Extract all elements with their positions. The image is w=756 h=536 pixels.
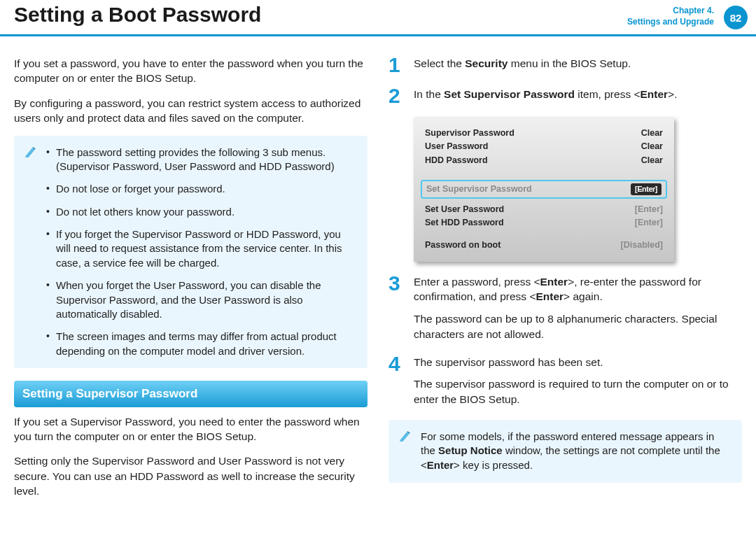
bios-label: HDD Password [425,155,488,167]
bios-value: [Enter] [635,217,663,229]
left-column: If you set a password, you have to enter… [14,56,368,509]
text: item, press < [575,88,640,100]
footnote-box: For some models, if the password entered… [388,420,742,483]
note-item: The screen images and terms may differ f… [46,330,356,358]
bold-text: Security [465,57,507,69]
page-number-badge: 82 [724,6,748,29]
supervisor-paragraph-2: Setting only the Supervisor Password and… [14,453,368,498]
note-item: Do not lose or forget your password. [46,182,356,196]
step-1: 1 Select the Security menu in the BIOS S… [388,56,742,74]
text: In the [414,88,444,100]
step-body: Enter a password, press <Enter>, re-ente… [414,274,742,342]
note-item: Do not let others know your password. [46,205,356,219]
step-2: 2 In the Set Supervisor Password item, p… [388,87,742,105]
text: Enter a password, press < [414,276,540,288]
bold-text: Enter [536,290,564,302]
bios-row: User Password Clear [425,140,663,153]
note-list: The password setting provides the follow… [46,146,356,359]
bios-value: Clear [641,127,663,139]
bios-label: Set User Password [425,204,504,216]
bold-text: Setup Notice [438,444,503,456]
bios-label: Supervisor Password [425,127,514,139]
bold-text: Enter [427,459,454,471]
text: Select the [414,57,465,69]
page-header: Setting a Boot Password Chapter 4. Setti… [0,0,756,36]
step-number: 1 [388,56,405,74]
supervisor-paragraph-1: If you set a Supervisor Password, you ne… [14,414,368,444]
text: menu in the BIOS Setup. [507,57,631,69]
step-number: 3 [388,274,405,292]
bios-security-panel: Supervisor Password Clear User Password … [414,117,674,262]
bios-label: Password on boot [425,239,500,251]
note-icon [398,430,414,442]
text: > key is pressed. [454,459,533,471]
step-body: Select the Security menu in the BIOS Set… [414,56,742,71]
bios-value-selected: [Enter] [631,183,662,195]
right-column: 1 Select the Security menu in the BIOS S… [388,56,742,509]
step-number: 2 [388,87,405,105]
text: The password can be up to 8 alphanumeric… [414,311,742,341]
section-heading-supervisor: Setting a Supervisor Password [14,381,368,407]
bios-value: Clear [641,141,663,153]
footnote-text: For some models, if the password entered… [421,430,731,473]
text: The supervisor password is required to t… [414,376,742,407]
bios-value: [Enter] [635,204,663,216]
bios-row: Supervisor Password Clear [425,127,663,140]
bios-row-highlighted: Set Supervisor Password [Enter] [421,180,667,199]
bold-text: Enter [540,276,568,288]
bios-label: Set HDD Password [425,217,504,229]
text: The supervisor password has been set. [414,355,742,370]
step-3: 3 Enter a password, press <Enter>, re-en… [388,274,742,342]
note-icon [24,146,39,158]
bios-row: Set HDD Password [Enter] [425,216,663,230]
bios-label: User Password [425,141,488,153]
step-body: In the Set Supervisor Password item, pre… [414,87,742,102]
bold-text: Set Supervisor Password [444,88,575,100]
step-body: The supervisor password has been set. Th… [414,355,742,407]
bios-label: Set Supervisor Password [426,183,532,195]
chapter-label: Chapter 4. Settings and Upgrade [627,6,714,27]
step-4: 4 The supervisor password has been set. … [388,355,742,407]
bios-value: [Disabled] [621,239,663,251]
intro-paragraph-2: By configuring a password, you can restr… [14,96,368,126]
intro-paragraph-1: If you set a password, you have to enter… [14,56,368,86]
chapter-line-1: Chapter 4. [627,6,714,17]
chapter-line-2: Settings and Upgrade [627,17,714,28]
bold-text: Enter [640,88,668,100]
note-item: The password setting provides the follow… [46,146,356,174]
note-item: When you forget the User Password, you c… [46,278,356,321]
text: > again. [564,290,603,302]
text: >. [668,88,677,100]
step-number: 4 [388,355,405,373]
bios-row: HDD Password Clear [425,154,663,167]
page-title: Setting a Boot Password [14,3,261,27]
note-item: If you forget the Supervisor Password or… [46,227,356,270]
note-box: The password setting provides the follow… [14,136,368,369]
bios-row: Set User Password [Enter] [425,203,663,216]
bios-value: Clear [641,155,663,167]
bios-row: Password on boot [Disabled] [425,239,663,252]
